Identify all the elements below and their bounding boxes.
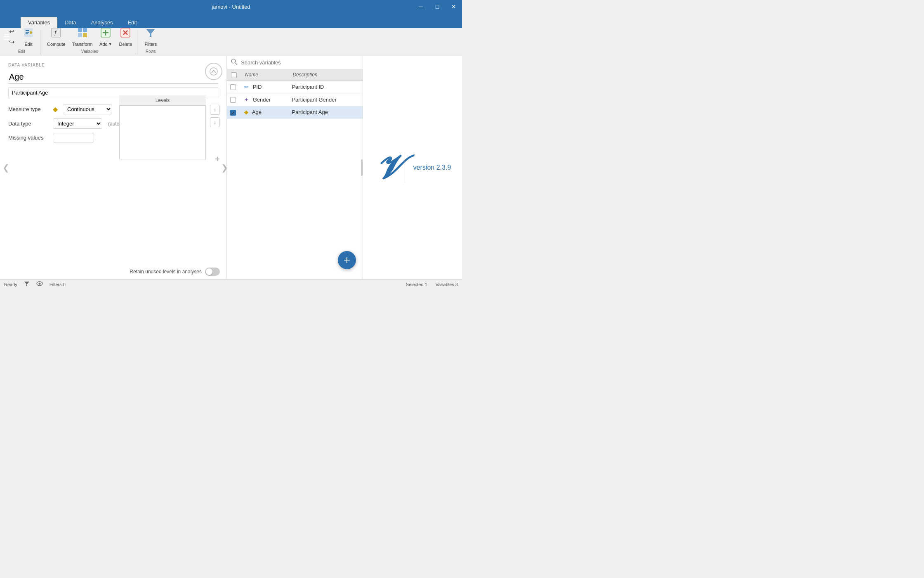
- row-checkbox-2[interactable]: [230, 97, 236, 103]
- gender-name: Gender: [253, 97, 271, 103]
- svg-rect-11: [83, 33, 87, 37]
- section-label: DATA VARIABLE: [8, 63, 218, 67]
- data-type-select[interactable]: Integer Decimal Text: [53, 118, 102, 129]
- table-row[interactable]: ✏ PID Participant ID: [227, 81, 363, 93]
- close-button[interactable]: ✕: [446, 0, 462, 13]
- tab-variables[interactable]: Variables: [21, 17, 57, 28]
- toolbar: ↩ ↪ Edit Edit ƒ Compute: [0, 28, 462, 56]
- edit-button-label: Edit: [25, 42, 33, 47]
- variable-table: Name Description ✏ PID Pa: [227, 69, 363, 119]
- edit-icon: [23, 27, 34, 41]
- row-checkbox-3[interactable]: ✓: [230, 110, 236, 116]
- resize-handle[interactable]: [361, 159, 363, 176]
- variables-count: Variables 3: [436, 282, 458, 287]
- data-type-label: Data type: [8, 121, 50, 127]
- add-label: Add ▼: [99, 42, 112, 47]
- tab-analyses[interactable]: Analyses: [84, 17, 120, 28]
- nav-right-button[interactable]: ❯: [219, 159, 227, 176]
- search-input[interactable]: [241, 59, 358, 66]
- filters-count: Filters 0: [50, 282, 66, 287]
- toolbar-group-variables: ƒ Compute Transform Add ▼ Dele: [42, 30, 137, 54]
- window-controls: ─ □ ✕: [412, 0, 462, 13]
- delete-button[interactable]: Delete: [116, 25, 134, 48]
- variable-editor-panel: ❮ ❯ DATA VARIABLE Measure type ◆ Continu…: [0, 56, 227, 279]
- filters-button[interactable]: Filters: [141, 25, 160, 48]
- table-row[interactable]: ✦ Gender Participant Gender: [227, 93, 363, 106]
- filter-icon: [24, 281, 30, 288]
- transform-label: Transform: [72, 42, 93, 47]
- status-bar: Ready Filters 0 Selected 1 Variables 3: [0, 279, 462, 289]
- selected-count: Selected 1: [406, 282, 427, 287]
- variables-group-label: Variables: [81, 49, 98, 54]
- logo-area: 𝒱 version 2.3.9: [374, 151, 451, 184]
- logo-divider: [405, 153, 405, 182]
- svg-marker-22: [24, 282, 29, 286]
- col-description: Description: [288, 69, 363, 81]
- add-icon: [100, 27, 111, 41]
- levels-header: Levels: [119, 95, 206, 106]
- move-up-button[interactable]: [205, 63, 222, 80]
- toggle-knob: [206, 268, 212, 275]
- delete-icon: [120, 27, 131, 41]
- toolbar-group-filters: Filters Rows: [139, 30, 162, 54]
- tab-edit[interactable]: Edit: [120, 17, 144, 28]
- edit-button[interactable]: Edit: [19, 25, 38, 48]
- retain-label: Retain unused levels in analyses: [130, 269, 202, 275]
- age-name: Age: [252, 109, 262, 115]
- nav-left-button[interactable]: ❮: [0, 159, 12, 176]
- eye-icon: [36, 281, 43, 287]
- levels-body: [119, 106, 206, 159]
- level-controls: ↑ ↓: [210, 105, 220, 127]
- version-text: version 2.3.9: [413, 164, 451, 171]
- age-type-icon: ◆: [244, 109, 248, 115]
- table-row[interactable]: ✓ ◆ Age Participant Age: [227, 106, 363, 118]
- search-bar: [227, 56, 363, 69]
- level-down-button[interactable]: ↓: [210, 117, 220, 127]
- svg-rect-2: [26, 32, 29, 33]
- edit-group-label: Edit: [18, 49, 25, 54]
- level-up-button[interactable]: ↑: [210, 105, 220, 115]
- variable-list-panel: Name Description ✏ PID Pa: [227, 56, 363, 279]
- svg-point-24: [38, 283, 40, 285]
- add-variable-button[interactable]: +: [338, 251, 356, 269]
- variables-buttons: ƒ Compute Transform Add ▼ Dele: [45, 25, 134, 48]
- variable-name-input[interactable]: [8, 71, 218, 84]
- compute-icon: ƒ: [50, 27, 62, 41]
- retain-row: Retain unused levels in analyses: [130, 268, 220, 276]
- hamburger-menu[interactable]: ☰: [3, 30, 10, 45]
- svg-rect-9: [83, 28, 87, 32]
- missing-values-label: Missing values: [8, 135, 50, 141]
- filters-icon: [145, 27, 156, 41]
- variable-table-container: Name Description ✏ PID Pa: [227, 69, 363, 279]
- svg-line-21: [235, 63, 237, 65]
- filters-group-label: Rows: [146, 49, 156, 54]
- maximize-button[interactable]: □: [429, 0, 446, 13]
- levels-panel: Levels: [119, 95, 206, 159]
- svg-text:ƒ: ƒ: [54, 29, 57, 36]
- pid-type-icon: ✏: [244, 84, 249, 90]
- missing-values-input[interactable]: [53, 133, 94, 142]
- filters-buttons: Filters: [141, 25, 160, 48]
- transform-button[interactable]: Transform: [70, 25, 95, 48]
- svg-rect-3: [26, 33, 28, 34]
- select-all-checkbox[interactable]: [231, 72, 237, 78]
- gender-description: Participant Gender: [288, 93, 363, 106]
- measure-type-icon: ◆: [53, 105, 58, 113]
- right-panel: 𝒱 version 2.3.9: [363, 56, 462, 279]
- add-var-button[interactable]: Add ▼: [97, 25, 115, 48]
- minimize-button[interactable]: ─: [412, 0, 429, 13]
- tab-data[interactable]: Data: [57, 17, 83, 28]
- jamovi-logo: 𝒱: [374, 151, 396, 184]
- status-right: Selected 1 Variables 3: [406, 282, 458, 287]
- filters-label: Filters: [144, 42, 157, 47]
- svg-rect-1: [26, 30, 29, 31]
- row-checkbox-1[interactable]: [230, 84, 236, 90]
- retain-toggle[interactable]: [205, 268, 220, 276]
- search-icon: [231, 59, 238, 66]
- col-name: Name: [241, 69, 288, 81]
- bottom-area: Name Description ✏ PID Pa: [227, 56, 462, 279]
- col-check: [227, 69, 241, 81]
- compute-button[interactable]: ƒ Compute: [45, 25, 68, 48]
- title-bar: jamovi - Untitled ─ □ ✕: [0, 0, 462, 13]
- measure-type-select[interactable]: Continuous Ordinal Nominal ID: [63, 104, 112, 114]
